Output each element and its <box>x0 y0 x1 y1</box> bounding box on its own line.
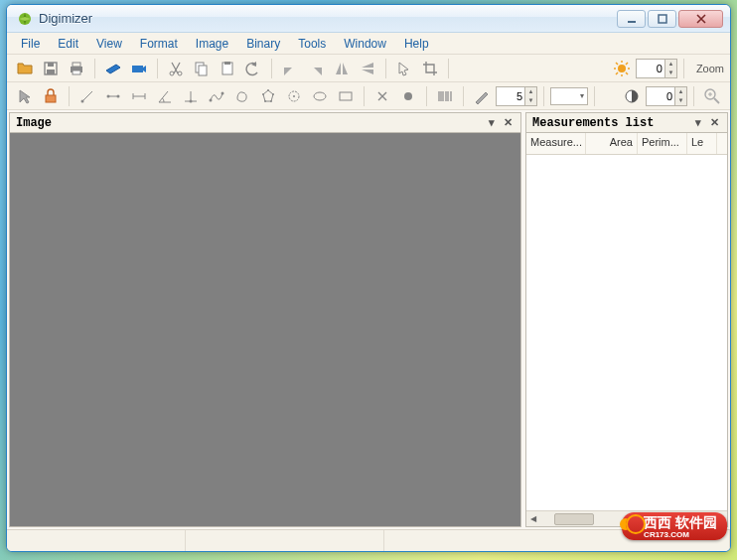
titlebar: Digimizer <box>7 5 730 33</box>
image-panel: Image ▾ ✕ <box>9 112 521 527</box>
crop-button[interactable] <box>418 57 442 80</box>
spin-down-icon[interactable]: ▼ <box>525 96 536 105</box>
menu-window[interactable]: Window <box>336 35 394 53</box>
save-button[interactable] <box>39 57 63 80</box>
col-length[interactable]: Le <box>687 133 717 154</box>
svg-point-47 <box>404 92 412 100</box>
path-tool[interactable] <box>205 84 228 108</box>
brightness-value: 0 <box>637 63 664 74</box>
brightness-spinner[interactable]: 0 ▲▼ <box>636 59 677 78</box>
select-tool[interactable] <box>13 84 37 108</box>
measurements-panel-header: Measurements list ▾ ✕ <box>526 113 727 133</box>
distance-tool[interactable] <box>127 84 151 108</box>
cut-button[interactable] <box>164 57 188 80</box>
contrast-spinner[interactable]: 0 ▲▼ <box>646 86 687 106</box>
separator <box>683 59 684 78</box>
separator <box>364 86 365 106</box>
spin-up-icon[interactable]: ▲ <box>675 87 686 96</box>
flip-horizontal-button[interactable] <box>330 57 354 80</box>
svg-point-39 <box>272 93 274 95</box>
svg-line-24 <box>616 72 618 74</box>
panel-close-icon[interactable]: ✕ <box>501 116 515 130</box>
app-icon <box>17 11 33 27</box>
flip-vertical-button[interactable] <box>356 57 379 80</box>
rotate-right-button[interactable] <box>304 57 328 80</box>
rectangle-tool[interactable] <box>334 84 358 108</box>
paste-button[interactable] <box>216 57 239 80</box>
window-controls <box>617 10 723 28</box>
barcode-tool[interactable] <box>433 84 457 108</box>
svg-rect-5 <box>47 70 55 74</box>
svg-rect-25 <box>46 95 56 102</box>
scanner-button[interactable] <box>101 57 125 80</box>
menu-view[interactable]: View <box>88 35 130 53</box>
polygon-tool[interactable] <box>256 84 280 108</box>
unit-tool[interactable] <box>75 84 99 108</box>
separator <box>543 86 544 106</box>
menu-file[interactable]: File <box>13 35 48 53</box>
contrast-icon <box>620 84 644 108</box>
undo-button[interactable] <box>241 57 265 80</box>
marker-x-tool[interactable] <box>370 84 394 108</box>
svg-point-10 <box>170 71 174 75</box>
line-width-spinner[interactable]: 5 ▲▼ <box>496 86 537 106</box>
closed-path-tool[interactable] <box>230 84 254 108</box>
pointer-tool-button[interactable] <box>392 57 416 80</box>
copy-button[interactable] <box>190 57 214 80</box>
ellipse-tool[interactable] <box>308 84 332 108</box>
svg-rect-8 <box>73 70 80 74</box>
svg-point-38 <box>267 89 269 91</box>
spin-down-icon[interactable]: ▼ <box>665 69 676 77</box>
contrast-value: 0 <box>647 90 674 102</box>
measurements-rows[interactable] <box>526 155 727 510</box>
col-area[interactable]: Area <box>586 133 638 154</box>
separator <box>594 86 595 106</box>
spin-up-icon[interactable]: ▲ <box>525 87 536 96</box>
lock-button[interactable] <box>39 84 63 108</box>
circle-center-tool[interactable] <box>282 84 306 108</box>
print-button[interactable] <box>65 57 88 80</box>
separator <box>693 86 694 106</box>
spin-down-icon[interactable]: ▼ <box>675 96 686 105</box>
image-canvas[interactable] <box>10 133 520 526</box>
menu-help[interactable]: Help <box>396 35 437 53</box>
color-picker[interactable] <box>550 87 588 105</box>
close-button[interactable] <box>678 10 723 28</box>
line-tool[interactable] <box>101 84 125 108</box>
rotate-left-button[interactable] <box>278 57 302 80</box>
col-measure[interactable]: Measure... <box>526 133 586 154</box>
pen-tool[interactable] <box>470 84 494 108</box>
line-width-value: 5 <box>497 90 524 102</box>
camera-button[interactable] <box>127 57 151 80</box>
svg-point-35 <box>190 99 193 102</box>
separator <box>69 86 70 106</box>
watermark: 西西 软件园 CR173.COM <box>622 512 727 540</box>
col-perimeter[interactable]: Perim... <box>638 133 687 154</box>
toolbar-main: 0 ▲▼ Zoom <box>7 55 730 82</box>
status-cell-1 <box>7 530 186 551</box>
zoom-in-button[interactable] <box>700 84 724 108</box>
menu-tools[interactable]: Tools <box>290 35 334 53</box>
menu-format[interactable]: Format <box>132 35 186 53</box>
separator <box>271 59 272 78</box>
menu-edit[interactable]: Edit <box>50 35 86 53</box>
open-button[interactable] <box>13 57 37 80</box>
panel-dropdown-icon[interactable]: ▾ <box>485 116 499 130</box>
menubar: File Edit View Format Image Binary Tools… <box>7 33 730 55</box>
maximize-button[interactable] <box>648 10 676 28</box>
angle-tool[interactable] <box>153 84 177 108</box>
marker-dot-tool[interactable] <box>396 84 420 108</box>
panel-dropdown-icon[interactable]: ▾ <box>691 116 705 130</box>
separator <box>426 86 427 106</box>
scroll-left-icon[interactable]: ◀ <box>526 512 540 526</box>
scroll-thumb[interactable] <box>554 513 594 525</box>
panel-close-icon[interactable]: ✕ <box>707 116 721 130</box>
menu-binary[interactable]: Binary <box>238 35 288 53</box>
minimize-button[interactable] <box>617 10 646 28</box>
spin-up-icon[interactable]: ▲ <box>665 60 676 69</box>
menu-image[interactable]: Image <box>188 35 236 53</box>
svg-point-44 <box>293 95 295 97</box>
perpendicular-tool[interactable] <box>179 84 203 108</box>
separator <box>94 59 95 78</box>
toolbar-measure: 5 ▲▼ 0 ▲▼ <box>7 82 730 110</box>
